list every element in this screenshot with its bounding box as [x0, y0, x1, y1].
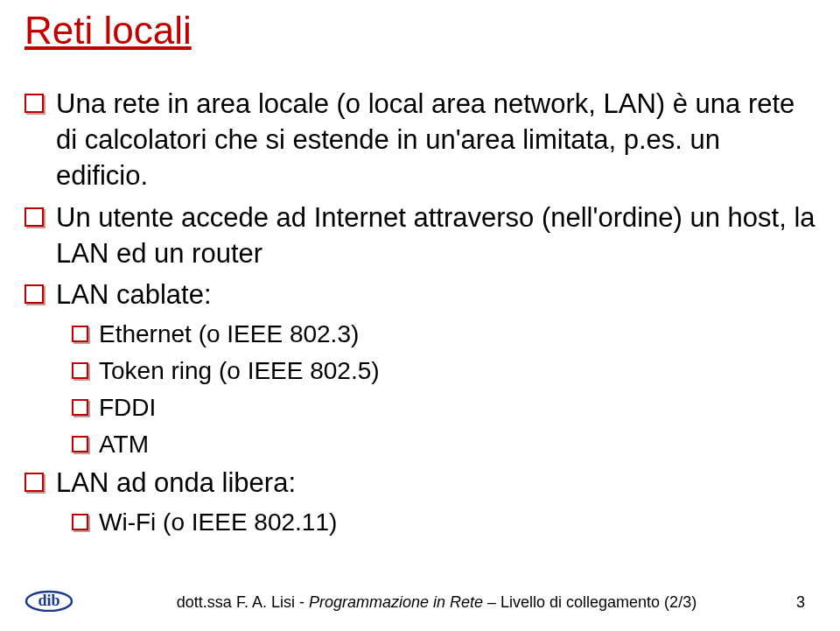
list-item: Un utente accede ad Internet attraverso … — [24, 200, 816, 271]
list-item: LAN ad onda libera: — [24, 465, 816, 501]
logo-icon: dib — [24, 582, 74, 612]
svg-text:dib: dib — [38, 592, 60, 609]
list-item: Ethernet (o IEEE 802.3) — [72, 318, 816, 351]
slide-title: Reti locali — [24, 9, 816, 53]
bullet-icon — [72, 436, 88, 452]
bullet-text: ATM — [99, 428, 816, 461]
bullet-list: Una rete in area locale (o local area ne… — [24, 86, 816, 539]
footer-author: dott.ssa F. A. Lisi - — [177, 593, 309, 611]
footer-text: dott.ssa F. A. Lisi - Programmazione in … — [94, 593, 779, 612]
bullet-icon — [24, 473, 44, 492]
bullet-icon — [24, 94, 44, 113]
list-item: ATM — [72, 428, 816, 461]
page-number: 3 — [779, 593, 805, 612]
slide: Reti locali Una rete in area locale (o l… — [0, 0, 840, 631]
bullet-text: Wi-Fi (o IEEE 802.11) — [99, 506, 816, 539]
footer-course: Programmazione in Rete — [309, 593, 483, 611]
list-item: LAN cablate: — [24, 277, 816, 312]
footer-suffix: – Livello di collegamento (2/3) — [483, 593, 696, 611]
bullet-text: LAN cablate: — [56, 277, 816, 312]
list-item: Wi-Fi (o IEEE 802.11) — [72, 506, 816, 539]
bullet-icon — [72, 399, 88, 416]
bullet-text: Ethernet (o IEEE 802.3) — [99, 318, 816, 351]
bullet-text: LAN ad onda libera: — [56, 465, 816, 501]
bullet-icon — [24, 207, 44, 227]
bullet-icon — [72, 514, 88, 530]
footer: dib dott.ssa F. A. Lisi - Programmazione… — [0, 582, 840, 612]
bullet-icon — [72, 362, 88, 379]
bullet-text: FDDI — [99, 391, 816, 424]
bullet-text: Token ring (o IEEE 802.5) — [99, 354, 816, 388]
bullet-icon — [24, 284, 44, 304]
list-item: Una rete in area locale (o local area ne… — [24, 86, 816, 194]
bullet-text: Un utente accede ad Internet attraverso … — [56, 200, 816, 271]
list-item: Token ring (o IEEE 802.5) — [72, 354, 816, 388]
bullet-text: Una rete in area locale (o local area ne… — [56, 86, 816, 194]
bullet-icon — [72, 326, 88, 342]
list-item: FDDI — [72, 391, 816, 424]
